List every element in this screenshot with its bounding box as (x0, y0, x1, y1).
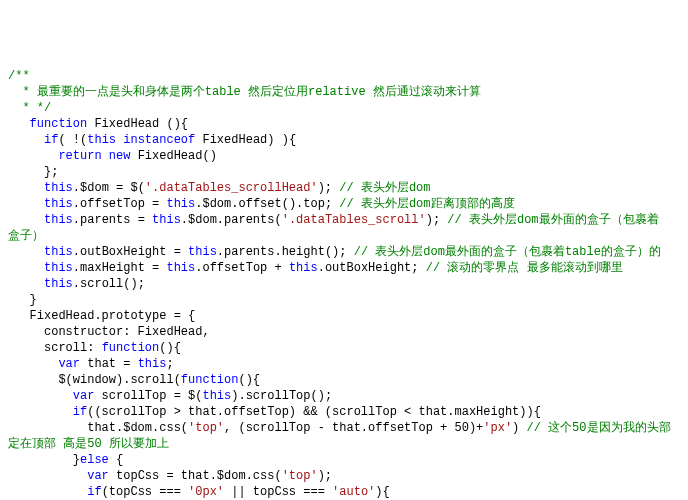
code-token (102, 149, 109, 163)
code-token: this (44, 181, 73, 195)
code-token (8, 405, 73, 419)
code-token: '.dataTables_scrollHead' (145, 181, 318, 195)
code-token (8, 357, 58, 371)
code-token: FixedHead.prototype = { (8, 309, 195, 323)
code-token (8, 117, 30, 131)
code-token: ).scrollTop(); (231, 389, 332, 403)
code-token: (topCss === (102, 485, 188, 499)
code-token (8, 245, 44, 259)
code-line: this.parents = this.$dom.parents('.dataT… (8, 213, 659, 227)
code-token: ); (426, 213, 448, 227)
code-line: 定在顶部 高是50 所以要加上 (8, 437, 169, 451)
code-line: if( !(this instanceof FixedHead) ){ (8, 133, 296, 147)
code-token: scrollTop = $( (94, 389, 202, 403)
code-token: * */ (8, 101, 51, 115)
code-token: 'top' (188, 421, 224, 435)
code-token: if (44, 133, 58, 147)
code-token: topCss = that.$dom.css( (109, 469, 282, 483)
code-line: }else { (8, 453, 123, 467)
code-token: this (166, 197, 195, 211)
code-line: * */ (8, 101, 51, 115)
code-token: if (87, 485, 101, 499)
code-token: function (30, 117, 88, 131)
code-token: .parents.height(); (217, 245, 354, 259)
code-token: if (73, 405, 87, 419)
code-token: ){ (375, 485, 389, 499)
code-token: this (202, 389, 231, 403)
code-token: this (44, 261, 73, 275)
code-token: 盒子） (8, 229, 44, 243)
code-line: var that = this; (8, 357, 174, 371)
code-token: // 滚动的零界点 最多能滚动到哪里 (426, 261, 623, 275)
code-token: FixedHead (){ (87, 117, 188, 131)
code-token: this (44, 245, 73, 259)
code-token: this (289, 261, 318, 275)
code-token: function (181, 373, 239, 387)
code-token: /** (8, 69, 30, 83)
code-token: // 表头外层dom最外面的盒子（包裹着 (447, 213, 658, 227)
code-token: // 表头外层dom (339, 181, 430, 195)
code-token: .maxHeight = (73, 261, 167, 275)
code-line: var scrollTop = $(this).scrollTop(); (8, 389, 332, 403)
code-token: this (44, 277, 73, 291)
code-token (8, 133, 44, 147)
code-token: that.$dom.css( (8, 421, 188, 435)
code-token: '.dataTables_scroll' (282, 213, 426, 227)
code-line: scroll: function(){ (8, 341, 181, 355)
code-token (8, 213, 44, 227)
code-token: , (scrollTop - that.offsetTop + 50)+ (224, 421, 483, 435)
code-token (8, 469, 87, 483)
code-token (8, 261, 44, 275)
code-line: function FixedHead (){ (8, 117, 188, 131)
code-token: return (58, 149, 101, 163)
code-line: that.$dom.css('top', (scrollTop - that.o… (8, 421, 671, 435)
code-token: || topCss === (224, 485, 332, 499)
code-line: if(topCss === '0px' || topCss === 'auto'… (8, 485, 390, 499)
code-line: if((scrollTop > that.offsetTop) && (scro… (8, 405, 541, 419)
code-token: function (102, 341, 160, 355)
code-token (8, 197, 44, 211)
code-token: ( !( (58, 133, 87, 147)
code-line: * 最重要的一点是头和身体是两个table 然后定位用relative 然后通过… (8, 85, 481, 99)
code-token: var (58, 357, 80, 371)
code-token: .$dom.offset().top; (195, 197, 339, 211)
code-token: this (188, 245, 217, 259)
code-line: this.maxHeight = this.offsetTop + this.o… (8, 261, 623, 275)
code-line: $(window).scroll(function(){ (8, 373, 260, 387)
code-token: 'px' (483, 421, 512, 435)
code-token: ); (318, 469, 332, 483)
code-line: } (8, 293, 37, 307)
code-token: FixedHead) ){ (195, 133, 296, 147)
code-token: (){ (238, 373, 260, 387)
code-token: this (138, 357, 167, 371)
code-token: var (87, 469, 109, 483)
code-token: * 最重要的一点是头和身体是两个table 然后定位用relative 然后通过… (8, 85, 481, 99)
code-token: ; (166, 357, 173, 371)
code-token: else (80, 453, 109, 467)
code-token (8, 389, 73, 403)
code-block: /** * 最重要的一点是头和身体是两个table 然后定位用relative … (8, 68, 680, 500)
code-token: (){ (159, 341, 181, 355)
code-token: // 这个50是因为我的头部 (527, 421, 671, 435)
code-token: that = (80, 357, 138, 371)
code-token: new (109, 149, 131, 163)
code-token: .scroll(); (73, 277, 145, 291)
code-token: $(window).scroll( (8, 373, 181, 387)
code-token: } (8, 293, 37, 307)
code-token: .outBoxHeight; (318, 261, 426, 275)
code-line: this.outBoxHeight = this.parents.height(… (8, 245, 661, 259)
code-token: this (87, 133, 116, 147)
code-line: /** (8, 69, 30, 83)
code-token (8, 485, 87, 499)
code-line: FixedHead.prototype = { (8, 309, 195, 323)
code-token (8, 277, 44, 291)
code-line: }; (8, 165, 58, 179)
code-token: { (109, 453, 123, 467)
code-token: .outBoxHeight = (73, 245, 188, 259)
code-token: // 表头外层dom最外面的盒子（包裹着table的盒子）的 (354, 245, 661, 259)
code-token (8, 181, 44, 195)
code-token: 定在顶部 高是50 所以要加上 (8, 437, 169, 451)
code-token: this (152, 213, 181, 227)
code-token: .parents = (73, 213, 152, 227)
code-token: .$dom = $( (73, 181, 145, 195)
